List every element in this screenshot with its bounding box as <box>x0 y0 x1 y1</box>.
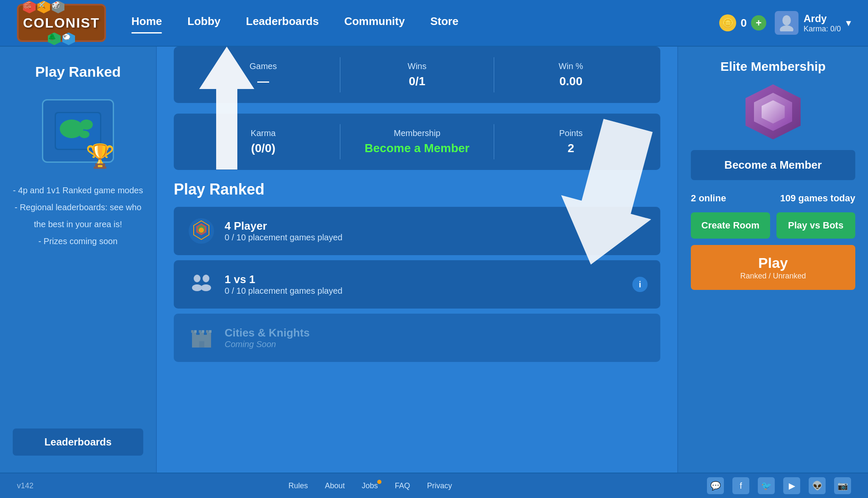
svg-rect-24 <box>206 330 209 333</box>
coin-count: 0 <box>740 17 746 30</box>
footer-faq[interactable]: FAQ <box>395 481 410 490</box>
ranked-features: - 4p and 1v1 Ranked game modes - Regiona… <box>13 182 143 250</box>
4player-name: 4 Player <box>225 220 648 233</box>
online-count: 2 online <box>691 193 726 204</box>
stat-membership: Membership Become a Member <box>340 124 494 159</box>
reddit-icon[interactable]: 👽 <box>809 477 826 494</box>
svg-rect-18 <box>200 332 204 338</box>
svg-rect-20 <box>191 330 194 333</box>
hex-inner <box>754 93 792 131</box>
content-wrapper: Play Ranked 🏆 - <box>0 47 868 473</box>
logo[interactable]: 🧱 ⚔️ 🎲 COLONIST 🌲 🐑 <box>17 4 106 42</box>
stat-karma-label: Karma <box>195 128 331 138</box>
twitter-icon[interactable]: 🐦 <box>758 477 775 494</box>
nav-store[interactable]: Store <box>430 15 458 31</box>
online-number: 2 <box>691 193 696 203</box>
footer-links: Rules About Jobs FAQ Privacy <box>288 481 452 490</box>
left-sidebar: Play Ranked 🏆 - <box>0 47 157 473</box>
youtube-icon[interactable]: ▶ <box>783 477 800 494</box>
nav-lobby[interactable]: Lobby <box>187 15 220 31</box>
1v1-progress: 0 / 10 placement games played <box>225 286 624 296</box>
game-mode-4player[interactable]: 4 Player 0 / 10 placement games played <box>174 207 660 255</box>
instagram-icon[interactable]: 📷 <box>834 477 851 494</box>
coins-area: 🪙 0 + <box>719 14 766 31</box>
footer-rules[interactable]: Rules <box>288 481 308 490</box>
svg-point-15 <box>201 284 211 291</box>
play-bots-button[interactable]: Play vs Bots <box>776 212 856 239</box>
svg-point-12 <box>194 275 200 282</box>
user-karma: Karma: 0/0 <box>804 25 841 33</box>
facebook-icon[interactable]: f <box>732 477 749 494</box>
add-coins-button[interactable]: + <box>751 15 766 31</box>
logo-hex-yellow: ⚔️ <box>37 1 50 14</box>
hex-outer <box>746 84 801 139</box>
create-room-button[interactable]: Create Room <box>691 212 770 239</box>
footer-jobs[interactable]: Jobs <box>362 481 378 490</box>
svg-point-0 <box>782 15 791 25</box>
play-button-label: Play <box>700 254 846 272</box>
info-icon[interactable]: i <box>632 277 648 292</box>
elite-membership-title: Elite Membership <box>691 59 855 74</box>
online-stats: 2 online 109 games today <box>691 193 855 204</box>
stats-bar-2: Karma (0/0) Membership Become a Member P… <box>174 114 660 170</box>
play-ranked-section: Play Ranked <box>174 181 660 362</box>
play-button-sublabel: Ranked / Unranked <box>700 272 846 281</box>
header-right: 🪙 0 + Ardy Karma: 0/0 ▾ <box>719 11 851 35</box>
user-area[interactable]: Ardy Karma: 0/0 ▾ <box>775 11 851 35</box>
stat-points: Points 2 <box>494 124 648 159</box>
play-button[interactable]: Play Ranked / Unranked <box>691 245 855 290</box>
play-ranked-heading: Play Ranked <box>174 181 660 198</box>
ranked-image: 🏆 <box>36 93 120 169</box>
svg-rect-19 <box>207 332 211 338</box>
stat-membership-label: Membership <box>349 128 485 138</box>
center-area: Games — Wins 0/1 Win % 0.00 Karma (0/0) <box>157 47 677 473</box>
game-mode-cities: Cities & Knights Coming Soon <box>174 314 660 362</box>
cities-info: Cities & Knights Coming Soon <box>225 326 648 349</box>
svg-rect-17 <box>192 332 196 338</box>
nav-leaderboards[interactable]: Leaderboards <box>246 15 319 31</box>
chevron-down-icon[interactable]: ▾ <box>846 17 851 29</box>
feature-3: the best in your area is! <box>13 216 143 233</box>
left-sidebar-title: Play Ranked <box>35 64 121 80</box>
svg-rect-26 <box>199 341 204 348</box>
stat-games-value: — <box>195 75 331 88</box>
svg-rect-21 <box>194 330 197 333</box>
nav-home[interactable]: Home <box>131 15 162 31</box>
stat-winpct-label: Win % <box>503 61 639 71</box>
stat-karma-value: (0/0) <box>195 142 331 155</box>
stat-membership-value[interactable]: Become a Member <box>349 142 485 155</box>
feature-4: - Prizes coming soon <box>13 233 143 250</box>
logo-hex-blue: 🐑 <box>62 33 75 45</box>
svg-point-6 <box>79 131 89 138</box>
svg-point-1 <box>780 25 793 31</box>
jobs-dot <box>377 480 381 484</box>
nav-community[interactable]: Community <box>344 15 405 31</box>
svg-point-11 <box>199 228 204 233</box>
feature-2: - Regional leaderboards: see who <box>13 199 143 216</box>
cities-progress: Coming Soon <box>225 339 648 349</box>
avatar <box>775 11 798 35</box>
footer-about[interactable]: About <box>325 481 345 490</box>
logo-hex-green: 🌲 <box>48 33 61 45</box>
become-member-button[interactable]: Become a Member <box>691 150 855 180</box>
header: 🧱 ⚔️ 🎲 COLONIST 🌲 🐑 Home Lobby Leaderboa… <box>0 0 868 47</box>
footer-privacy[interactable]: Privacy <box>427 481 452 490</box>
1v1-icon <box>186 270 216 299</box>
4player-icon <box>186 216 216 246</box>
logo-text: COLONIST <box>23 15 100 31</box>
hexagon-icon <box>743 82 803 142</box>
version: v142 <box>17 481 33 490</box>
navigation: Home Lobby Leaderboards Community Store <box>131 15 719 31</box>
discord-icon[interactable]: 💬 <box>707 477 724 494</box>
games-today-number: 109 <box>780 193 796 203</box>
game-mode-1v1[interactable]: 1 vs 1 0 / 10 placement games played i <box>174 260 660 309</box>
coin-icon: 🪙 <box>719 14 736 31</box>
online-label: online <box>698 193 726 203</box>
stat-karma: Karma (0/0) <box>186 124 340 159</box>
stat-winpct: Win % 0.00 <box>494 57 648 92</box>
cities-name: Cities & Knights <box>225 326 648 339</box>
leaderboards-button[interactable]: Leaderboards <box>13 428 143 456</box>
svg-point-14 <box>203 275 209 282</box>
footer: v142 Rules About Jobs FAQ Privacy 💬 f 🐦 … <box>0 473 868 498</box>
logo-hex-red: 🧱 <box>23 1 36 14</box>
